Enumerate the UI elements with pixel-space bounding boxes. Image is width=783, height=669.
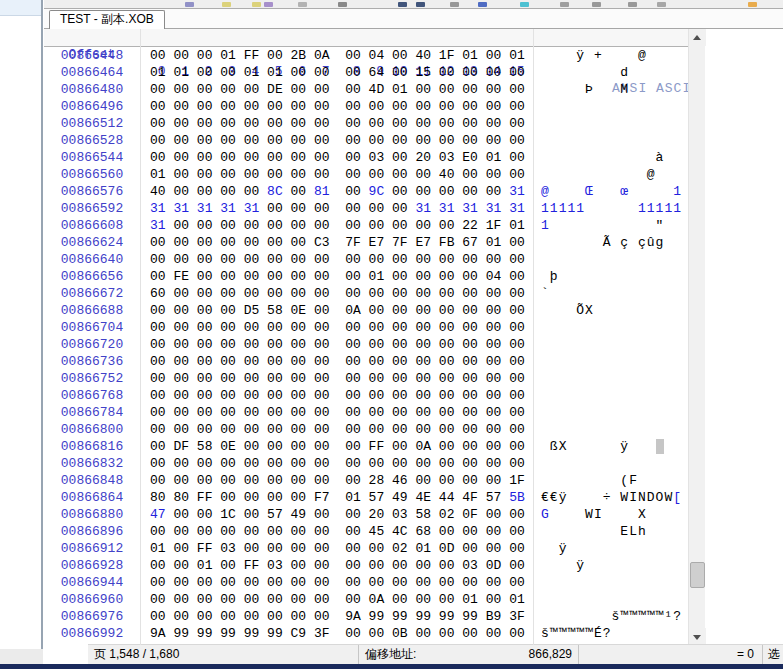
ascii-char[interactable]: N [638, 490, 647, 505]
hex-byte[interactable]: 00 [173, 303, 189, 318]
ascii-char[interactable] [647, 218, 656, 233]
hex-byte[interactable]: 00 [197, 456, 213, 471]
hex-byte[interactable]: 00 [415, 354, 431, 369]
ascii-char[interactable] [612, 490, 621, 505]
ascii-char[interactable] [629, 575, 638, 590]
hex-byte[interactable]: 00 [509, 575, 525, 590]
hex-byte[interactable]: 00 [314, 507, 330, 522]
ascii-char[interactable] [620, 388, 629, 403]
ascii-char[interactable] [567, 48, 576, 63]
ascii-char[interactable]: š [541, 626, 550, 641]
ascii-char[interactable]: 1 [664, 201, 673, 216]
hex-byte[interactable]: 00 [291, 558, 307, 573]
ascii-char[interactable] [629, 82, 638, 97]
hex-byte[interactable]: 01 [369, 269, 385, 284]
hex-byte[interactable]: 00 [392, 337, 408, 352]
hex-byte[interactable]: 00 [345, 116, 361, 131]
ascii-char[interactable]: X [585, 303, 594, 318]
hex-byte[interactable]: 00 [509, 116, 525, 131]
ascii-char[interactable]: L [629, 524, 638, 539]
hex-byte[interactable]: 00 [267, 48, 283, 63]
ascii-char[interactable]: @ [541, 184, 550, 199]
ascii-char[interactable] [629, 303, 638, 318]
ascii-char[interactable] [576, 82, 585, 97]
hex-byte[interactable]: 9C [369, 184, 385, 199]
hex-byte[interactable]: 00 [369, 541, 385, 556]
hex-byte[interactable]: 00 [197, 184, 213, 199]
ascii-char[interactable] [550, 99, 559, 114]
hex-byte[interactable]: 00 [415, 82, 431, 97]
hex-byte[interactable]: 00 [291, 65, 307, 80]
hex-byte[interactable]: 00 [150, 354, 166, 369]
hex-byte[interactable]: 00 [439, 558, 455, 573]
hex-byte[interactable]: 00 [314, 337, 330, 352]
ascii-char[interactable] [647, 575, 656, 590]
hex-byte[interactable]: 00 [314, 609, 330, 624]
ascii-char[interactable] [541, 150, 550, 165]
hex-byte[interactable]: 00 [392, 354, 408, 369]
hex-byte[interactable]: 31 [197, 201, 213, 216]
hex-byte[interactable]: 00 [439, 269, 455, 284]
ascii-char[interactable] [594, 456, 603, 471]
ascii-char[interactable] [603, 592, 612, 607]
hex-byte[interactable]: 00 [220, 218, 236, 233]
ascii-char[interactable] [673, 320, 682, 335]
hex-byte[interactable]: 00 [173, 422, 189, 437]
hex-byte[interactable]: 00 [150, 133, 166, 148]
hex-byte[interactable]: 00 [314, 99, 330, 114]
hex-byte[interactable]: 00 [244, 269, 260, 284]
hex-byte[interactable]: 00 [220, 490, 236, 505]
hex-byte[interactable]: 0D [486, 558, 502, 573]
ascii-char[interactable] [594, 269, 603, 284]
ascii-char[interactable] [673, 82, 682, 97]
ascii-char[interactable] [567, 269, 576, 284]
hex-byte[interactable]: 00 [509, 133, 525, 148]
ascii-char[interactable] [612, 201, 621, 216]
hex-byte[interactable]: 00 [415, 575, 431, 590]
hex-byte[interactable]: 00 [173, 286, 189, 301]
hex-byte[interactable]: 00 [291, 235, 307, 250]
hex-byte[interactable]: 00 [197, 388, 213, 403]
hex-byte[interactable]: 4C [392, 524, 408, 539]
hex-byte[interactable]: 31 [486, 201, 502, 216]
hex-byte[interactable]: 31 [173, 201, 189, 216]
hex-byte[interactable]: 00 [220, 252, 236, 267]
status-page-indicator[interactable]: 页 1,548 / 1,680 [88, 645, 358, 664]
ascii-char[interactable]: ß [550, 439, 559, 454]
hex-byte[interactable]: 00 [173, 609, 189, 624]
hex-byte[interactable]: 00 [291, 184, 307, 199]
ascii-char[interactable] [567, 354, 576, 369]
ascii-char[interactable] [594, 235, 603, 250]
hex-byte[interactable]: 00 [345, 422, 361, 437]
ascii-char[interactable]: û [647, 235, 656, 250]
hex-byte[interactable]: 00 [220, 575, 236, 590]
hex-byte[interactable]: 00 [291, 609, 307, 624]
ascii-char[interactable] [638, 184, 647, 199]
hex-byte[interactable]: 00 [267, 473, 283, 488]
hex-byte[interactable]: 80 [173, 490, 189, 505]
hex-byte[interactable]: 00 [314, 65, 330, 80]
hex-byte[interactable]: 00 [392, 422, 408, 437]
ascii-char[interactable] [594, 337, 603, 352]
ascii-char[interactable] [576, 405, 585, 420]
hex-byte[interactable]: 0A [345, 303, 361, 318]
ascii-char[interactable] [550, 218, 559, 233]
hex-byte[interactable]: 00 [267, 609, 283, 624]
ascii-char[interactable] [594, 303, 603, 318]
hex-byte[interactable]: 00 [486, 456, 502, 471]
hex-byte[interactable]: 00 [150, 524, 166, 539]
ascii-char[interactable] [603, 116, 612, 131]
hex-byte[interactable]: 00 [244, 252, 260, 267]
hex-byte[interactable]: 1F [439, 48, 455, 63]
hex-byte[interactable]: 00 [267, 150, 283, 165]
ascii-char[interactable]: 1 [647, 201, 656, 216]
hex-byte[interactable]: 31 [415, 201, 431, 216]
hex-byte[interactable]: FF [244, 48, 260, 63]
scroll-up-button[interactable] [689, 29, 706, 46]
ascii-char[interactable] [594, 524, 603, 539]
hex-byte[interactable]: 00 [509, 150, 525, 165]
hex-byte[interactable]: 00 [369, 167, 385, 182]
hex-byte[interactable]: 00 [509, 303, 525, 318]
ascii-char[interactable] [664, 116, 673, 131]
hex-byte[interactable]: 01 [150, 541, 166, 556]
